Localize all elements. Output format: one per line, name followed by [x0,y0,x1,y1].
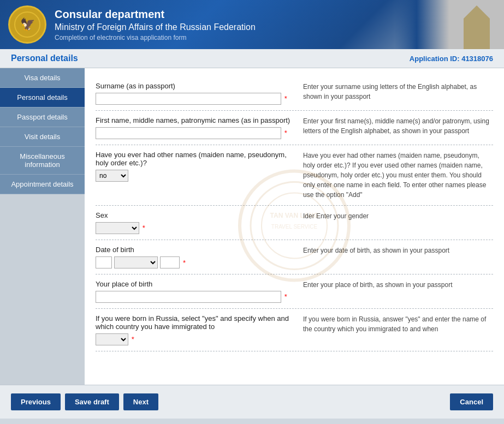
header-title: Consular department [55,8,256,21]
cancel-button[interactable]: Cancel [450,393,493,410]
form-row-dob: Date of birth JanuaryFebruaryMarch April… [96,240,493,274]
form-left-place-of-birth: Your place of birth * [96,280,292,303]
sex-hint: Ider Enter your gender [303,211,493,234]
form-row-sex: Sex Male Female * Ider Enter your gender [96,206,493,240]
firstname-input[interactable] [96,127,281,139]
other-names-label: Have you ever had other names (maiden na… [96,151,292,167]
form-left-surname: Surname (as in passport) * [96,82,292,105]
form-row-born-in-russia: If you were born in Russia, select "yes"… [96,309,493,351]
cancel-button-wrapper: Cancel [450,393,493,410]
form-left-other-names: Have you ever had other names (maiden na… [96,151,292,200]
building-icon [455,5,499,49]
dob-year-input[interactable] [160,256,180,268]
nav-button-group: Previous Save draft Next [11,393,158,410]
sidebar-item-visa-details[interactable]: Visa details [0,68,85,88]
dob-month-select[interactable]: JanuaryFebruaryMarch AprilMayJune JulyAu… [114,256,158,268]
sidebar-item-misc-info[interactable]: Miscellaneous information [0,147,85,175]
form-row-surname: Surname (as in passport) * Enter your su… [96,76,493,111]
footer-buttons: Previous Save draft Next Cancel [0,385,504,419]
form-left-sex: Sex Male Female * [96,211,292,234]
sex-required: * [143,224,145,232]
content-area: TAN VAN LANG TRAVEL SERVICE Surname (as … [85,68,504,385]
header-subtitle: Ministry of Foreign Affairs of the Russi… [55,22,256,32]
dob-required: * [183,259,186,267]
header-flag-decoration [395,0,504,49]
sex-label: Sex [96,211,292,219]
form-row-place-of-birth: Your place of birth * Enter your place o… [96,274,493,309]
main-layout: Visa details Personal details Passport d… [0,68,504,385]
save-draft-button[interactable]: Save draft [65,393,119,410]
form-left-dob: Date of birth JanuaryFebruaryMarch April… [96,246,292,268]
surname-hint: Enter your surname using letters of the … [303,82,493,105]
surname-input[interactable] [96,93,281,105]
previous-button[interactable]: Previous [11,393,61,410]
sex-select[interactable]: Male Female [96,222,139,234]
sidebar-item-passport-details[interactable]: Passport details [0,108,85,127]
dob-hint: Enter your date of birth, as shown in yo… [303,246,493,268]
sidebar-item-appointment[interactable]: Appointment details [0,175,85,194]
surname-label: Surname (as in passport) [96,82,292,90]
sidebar: Visa details Personal details Passport d… [0,68,85,385]
dob-label: Date of birth [96,246,292,254]
next-button[interactable]: Next [123,393,158,410]
sidebar-item-personal-details[interactable]: Personal details [0,88,85,108]
firstname-required: * [284,129,287,137]
page-title: Personal details [11,53,78,63]
place-of-birth-input[interactable] [96,291,281,303]
form-left-firstname: First name, middle names, patronymic nam… [96,116,292,139]
dob-day-input[interactable] [96,256,112,268]
born-in-russia-label: If you were born in Russia, select "yes"… [96,314,292,331]
header-description: Completion of electronic visa applicatio… [55,34,256,41]
born-in-russia-select[interactable]: yes no [96,333,128,345]
ministry-logo: 🦅 [8,5,46,44]
place-of-birth-hint: Enter your place of birth, as shown in y… [303,280,493,303]
surname-required: * [284,94,287,103]
place-of-birth-label: Your place of birth [96,280,292,288]
title-bar: Personal details Application ID: 4131807… [0,49,504,68]
page-header: 🦅 Consular department Ministry of Foreig… [0,0,504,49]
other-names-hint: Have you ever had other names (maiden na… [303,151,493,200]
form-row-other-names: Have you ever had other names (maiden na… [96,145,493,206]
place-of-birth-required: * [284,292,287,301]
header-text-block: Consular department Ministry of Foreign … [55,8,256,41]
form-left-born-in-russia: If you were born in Russia, select "yes"… [96,314,292,345]
born-in-russia-required: * [132,335,134,343]
other-names-select[interactable]: no yes [96,170,128,182]
born-in-russia-hint: If you were born in Russia, answer "yes"… [303,314,493,345]
application-id: Application ID: 41318076 [410,55,493,63]
svg-text:🦅: 🦅 [20,17,35,32]
form-row-firstname: First name, middle names, patronymic nam… [96,111,493,145]
firstname-hint: Enter your first name(s), middle name(s)… [303,116,493,139]
dob-inputs: JanuaryFebruaryMarch AprilMayJune JulyAu… [96,256,292,268]
firstname-label: First name, middle names, patronymic nam… [96,116,292,124]
sidebar-item-visit-details[interactable]: Visit details [0,127,85,147]
